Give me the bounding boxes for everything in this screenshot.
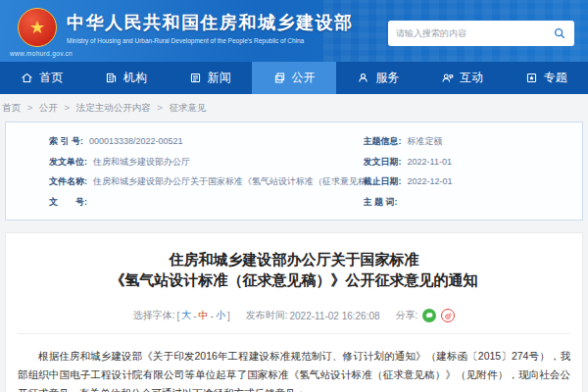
bracket-open: [ — [176, 311, 179, 321]
metadata-row: 文件名称:住房和城乡建设部办公厅关于国家标准《氢气站设计标准（征求意见稿）》公开… — [6, 172, 582, 192]
search-input[interactable] — [396, 28, 553, 38]
breadcrumb-disclosure[interactable]: 公开 — [39, 102, 58, 113]
emblem-star-icon: ★ — [29, 19, 45, 36]
nav-item-disclosure[interactable]: 公开 — [252, 62, 336, 94]
meta-label-issue-date: 发文日期: — [364, 152, 402, 172]
weibo-share-icon[interactable] — [441, 309, 455, 322]
meta-value-deadline: 2022-12-01 — [408, 172, 453, 192]
home-icon — [21, 72, 33, 84]
site-titles: 中华人民共和国住房和城乡建设部 Ministry of Housing and … — [67, 11, 396, 47]
meta-label-index-number: 索 引 号: — [49, 131, 83, 152]
wechat-share-icon[interactable] — [422, 309, 436, 322]
article-title-line1: 住房和城乡建设部办公厅关于国家标准 — [18, 249, 570, 270]
meta-value-issue-date: 2022-11-01 — [408, 152, 452, 172]
site-title: 中华人民共和国住房和城乡建设部 — [67, 11, 396, 34]
metadata-row: 发文单位:住房和城乡建设部办公厅 发文日期:2022-11-01 — [6, 152, 582, 172]
breadcrumb-home[interactable]: 首页 — [2, 102, 21, 113]
nav-item-label: 机构 — [123, 70, 147, 86]
breadcrumb-statutory-disclosure[interactable]: 法定主动公开内容 — [76, 102, 151, 113]
metadata-row: 索 引 号:000013338/2022-00521 主题信息:标准定额 — [6, 131, 582, 152]
nav-item-organization[interactable]: 机构 — [84, 62, 169, 94]
font-size-separator: - — [211, 311, 214, 321]
article-title: 住房和城乡建设部办公厅关于国家标准 《氢气站设计标准（征求意见稿）》公开征求意见… — [18, 249, 570, 290]
share-label: 分享: — [396, 309, 418, 322]
nav-item-label: 首页 — [39, 70, 63, 86]
publish-time-label: 发布时间: — [246, 309, 288, 322]
site-url: www.mohurd.gov.cn — [10, 50, 73, 57]
meta-label-issuing-unit: 发文单位: — [49, 152, 87, 172]
nav-item-news[interactable]: 新闻 — [168, 62, 252, 94]
disclosure-icon — [273, 72, 286, 84]
site-subtitle: Ministry of Housing and Urban-Rural Deve… — [67, 37, 304, 44]
breadcrumb-solicit-opinions[interactable]: 征求意见 — [170, 102, 207, 113]
national-emblem: ★ — [18, 8, 57, 47]
metadata-row: 文 号: 主 题 词: — [6, 192, 582, 213]
nav-item-label: 服务 — [375, 70, 399, 86]
meta-label-document-number: 文 号: — [49, 192, 87, 213]
search-box — [388, 21, 574, 46]
article-toolbar: 选择字体: [ 大 - 中 - 小 ] 发布时间: 2022-11-02 16:… — [18, 309, 570, 334]
page: ★ www.mohurd.gov.cn 中华人民共和国住房和城乡建设部 Mini… — [0, 0, 588, 392]
meta-label-subject-info: 主题信息: — [364, 131, 402, 152]
font-size-separator: - — [193, 311, 196, 321]
publish-time: 2022-11-02 16:26:08 — [289, 311, 379, 321]
nav-item-label: 专题 — [544, 70, 567, 86]
nav-item-services[interactable]: 服务 — [336, 62, 420, 94]
meta-value-index-number: 000013338/2022-00521 — [89, 131, 183, 152]
nav-item-label: 互动 — [460, 70, 483, 86]
font-size-small-button[interactable]: 小 — [216, 309, 225, 322]
nav-item-home[interactable]: 首页 — [0, 62, 84, 94]
site-banner: ★ www.mohurd.gov.cn 中华人民共和国住房和城乡建设部 Mini… — [0, 0, 588, 62]
meta-value-issuing-unit: 住房和城乡建设部办公厅 — [93, 152, 190, 172]
font-select-label: 选择字体: — [133, 309, 175, 322]
nav-item-label: 新闻 — [208, 70, 231, 86]
font-size-medium-button[interactable]: 中 — [199, 309, 209, 322]
topics-icon — [525, 72, 538, 84]
article-body: 根据住房和城乡建设部《关于印发2016年工程建设标准规范制订、修订计划的通知》（… — [18, 347, 570, 392]
breadcrumb-separator: > — [64, 102, 70, 113]
article-card: 住房和城乡建设部办公厅关于国家标准 《氢气站设计标准（征求意见稿）》公开征求意见… — [5, 232, 583, 392]
service-icon — [357, 72, 369, 84]
meta-label-document-name: 文件名称: — [49, 172, 87, 192]
bracket-close: ] — [227, 311, 230, 321]
meta-value-subject-info: 标准定额 — [408, 131, 443, 152]
nav-item-topics[interactable]: 专题 — [504, 62, 588, 94]
font-size-large-button[interactable]: 大 — [181, 309, 191, 322]
news-icon — [189, 72, 202, 84]
meta-label-keywords: 主 题 词: — [364, 192, 398, 213]
breadcrumb-separator: > — [27, 102, 33, 113]
breadcrumb: 首页 > 公开 > 法定主动公开内容 > 征求意见 — [0, 94, 588, 122]
nav-item-label: 公开 — [292, 70, 316, 86]
article-title-line2: 《氢气站设计标准（征求意见稿）》公开征求意见的通知 — [18, 270, 570, 290]
meta-value-document-name: 住房和城乡建设部办公厅关于国家标准《氢气站设计标准（征求意见稿）》公开征求意见的… — [93, 172, 364, 192]
interaction-icon — [441, 72, 454, 84]
breadcrumb-separator: > — [157, 102, 163, 113]
meta-label-deadline: 截止日期: — [364, 172, 402, 192]
search-icon[interactable] — [553, 26, 566, 40]
building-icon — [105, 72, 118, 84]
document-metadata: 索 引 号:000013338/2022-00521 主题信息:标准定额 发文单… — [5, 122, 583, 220]
nav-item-interaction[interactable]: 互动 — [420, 62, 505, 94]
main-nav: 首页 机构 新闻 公开 服务 互动 专题 — [0, 62, 588, 94]
